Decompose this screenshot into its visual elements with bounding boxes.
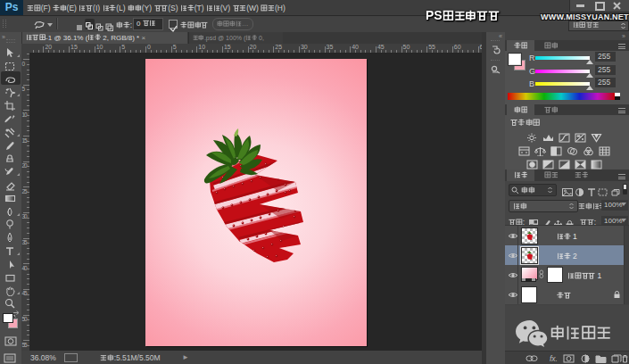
svg-text:fx.: fx. <box>550 354 558 363</box>
